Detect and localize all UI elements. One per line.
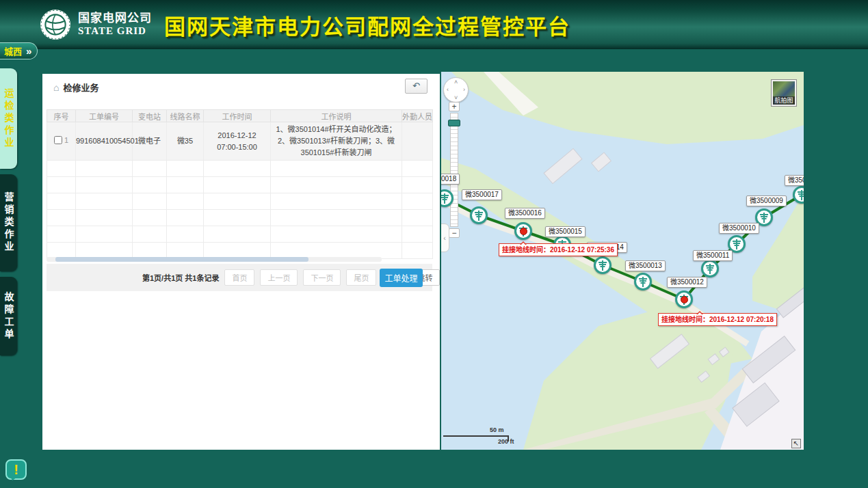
col-line-name: 线路名称 <box>167 110 204 122</box>
ground-wire-tooltip: 挂接地线时间：2016-12-12 07:25:36 <box>499 243 618 256</box>
map-terrain <box>441 72 804 450</box>
work-order-table: 序号 工单编号 变电站 线路名称 工作时间 工作说明 外勤人员 1 991608… <box>47 109 433 259</box>
sidebar-tab-fault-orders[interactable]: 故障工单 <box>0 277 17 355</box>
tower-label[interactable]: 微3500016 <box>505 208 545 219</box>
cell-order-no: 991608410054501 <box>76 122 133 161</box>
last-page-button[interactable]: 尾页 <box>346 269 376 286</box>
pan-down-icon[interactable]: ˅ <box>454 94 458 101</box>
col-index: 序号 <box>47 110 76 122</box>
scrollbar-thumb[interactable] <box>55 257 308 262</box>
tower-label[interactable]: 微3500012 <box>667 277 707 288</box>
ground-wire-marker <box>681 296 688 303</box>
tower-label[interactable]: 微3500015 <box>545 226 586 237</box>
zoom-slider-handle[interactable] <box>448 120 460 126</box>
row-checkbox[interactable]: 1 <box>54 135 68 146</box>
map-pan-control[interactable]: ˄ ˅ ‹ › <box>443 77 469 103</box>
ground-wire-marker <box>520 228 527 235</box>
cell-description: 1、微3501014#杆开关自动化改造；2、微3501013#杆新装刀闸；3、微… <box>271 122 402 161</box>
col-work-time: 工作时间 <box>204 110 271 122</box>
empty-row <box>47 161 433 177</box>
map-resize-icon[interactable]: ↖ <box>791 439 801 448</box>
ground-wire-tooltip: 挂接地线时间：2016-12-12 07:20:18 <box>658 313 777 326</box>
cell-line-name: 微35 <box>167 122 204 161</box>
double-chevron-icon: » <box>26 46 31 56</box>
sidebar-tab-marketing[interactable]: 营销类作业 <box>0 174 17 271</box>
panel-title: ⌂ 检修业务 <box>53 81 98 94</box>
home-icon: ⌂ <box>53 82 59 93</box>
alert-bubble-icon[interactable]: ! <box>5 459 27 480</box>
region-tab-chengxi[interactable]: 城西 » <box>0 42 38 59</box>
back-button[interactable]: ↶ <box>405 79 428 94</box>
zoom-in-button[interactable]: + <box>449 102 460 111</box>
tower-label[interactable]: 微3500017 <box>462 189 502 200</box>
app-header: 国家电网公司 STATE GRID 国网天津市电力公司配网全过程管控平台 <box>0 0 868 49</box>
page-title: 国网天津市电力公司配网全过程管控平台 <box>164 10 570 40</box>
pagination-summary: 第1页/共1页 共1条记录 <box>142 272 219 283</box>
cell-work-time: 2016-12-12 07:00-15:00 <box>204 122 271 161</box>
tower-3500011[interactable] <box>701 260 719 277</box>
panel-collapse-handle[interactable]: ‹ <box>441 223 449 252</box>
tower-3500012-grounded[interactable] <box>675 290 693 308</box>
zoom-out-button[interactable]: − <box>449 228 460 238</box>
process-order-button[interactable]: 工单处理 <box>380 269 423 287</box>
table-header-row: 序号 工单编号 变电站 线路名称 工作时间 工作说明 外勤人员 <box>47 110 433 122</box>
table-row[interactable]: 1 991608410054501 微电子 微35 2016-12-12 07:… <box>47 122 433 161</box>
tower-label[interactable]: 微3500011 <box>693 250 733 261</box>
next-page-button[interactable]: 下一页 <box>303 269 341 286</box>
pan-left-icon[interactable]: ‹ <box>447 86 449 93</box>
col-field-staff: 外勤人员 <box>402 110 433 122</box>
maintenance-panel: ⌂ 检修业务 ↶ 序号 工单编号 变电站 线路名称 工作时间 工作说明 外勤人员… <box>42 74 440 450</box>
empty-row <box>47 177 433 193</box>
state-grid-logo-icon <box>40 9 71 40</box>
horizontal-scrollbar <box>47 257 382 262</box>
gis-map[interactable]: ˄ ˅ ‹ › + − 航拍图 ‹ 0018 微3500017 微3500016… <box>441 72 804 450</box>
cell-field-staff <box>402 122 433 161</box>
tower-3500013[interactable] <box>634 273 652 290</box>
tower-label[interactable]: 微3500009 <box>746 195 787 206</box>
first-page-button[interactable]: 首页 <box>224 269 254 286</box>
empty-row <box>47 210 433 226</box>
empty-row <box>47 226 433 243</box>
pagination-bar: 第1页/共1页 共1条记录 首页 上一页 下一页 尾页 ▲ ▼ 跳转 <box>47 264 432 291</box>
col-order-no: 工单编号 <box>76 110 133 122</box>
company-name: 国家电网公司 STATE GRID <box>78 12 152 36</box>
pan-up-icon[interactable]: ˄ <box>454 79 458 85</box>
col-substation: 变电站 <box>133 110 167 122</box>
empty-row <box>47 193 433 210</box>
zoom-slider-track[interactable] <box>450 113 458 227</box>
aerial-map-label: 航拍图 <box>773 96 795 105</box>
tower-label[interactable]: 微350 <box>785 175 804 186</box>
tower-label[interactable]: 微3500013 <box>625 260 666 271</box>
tower-label[interactable]: 微3500010 <box>719 223 759 234</box>
pan-right-icon[interactable]: › <box>463 86 465 93</box>
prev-page-button[interactable]: 上一页 <box>260 269 298 286</box>
tower-label[interactable]: 0018 <box>441 174 460 185</box>
row-checkbox-input[interactable] <box>54 136 62 144</box>
col-description: 工作说明 <box>271 110 402 122</box>
sidebar-tab-operation-inspection[interactable]: 运检类作业 <box>0 68 17 169</box>
aerial-map-thumbnail[interactable]: 航拍图 <box>772 80 796 106</box>
tower-3500017[interactable] <box>470 206 488 224</box>
tower-3500014[interactable] <box>594 256 611 274</box>
